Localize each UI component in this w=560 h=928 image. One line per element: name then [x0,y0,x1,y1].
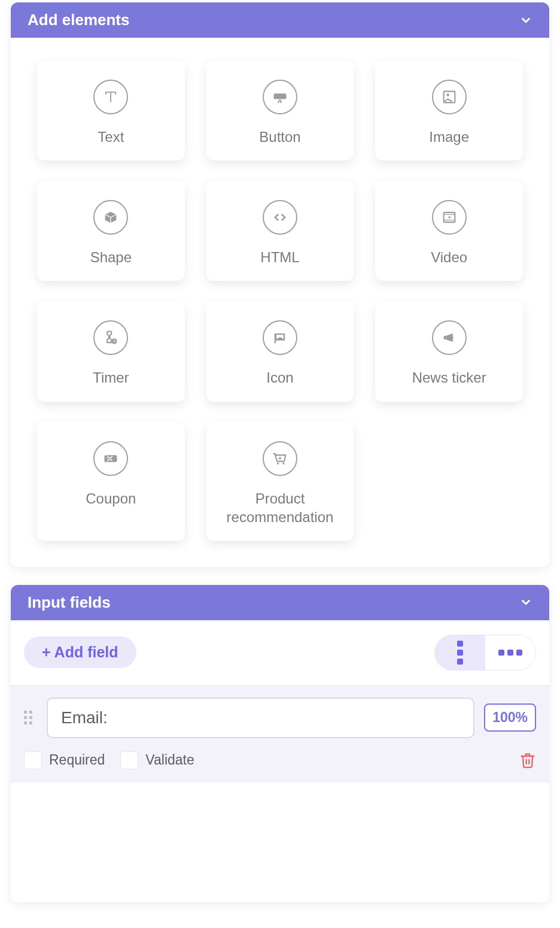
coupon-icon [93,441,128,476]
drag-handle-icon[interactable] [24,711,37,724]
chevron-down-icon [519,14,532,27]
layout-vertical-button[interactable] [435,635,485,670]
svg-point-7 [111,459,112,460]
svg-rect-0 [273,93,286,99]
layout-horizontal-button[interactable] [485,635,535,670]
timer-icon [93,320,128,355]
element-label: Product recommendation [212,489,348,526]
element-product-recommendation[interactable]: Product recommendation [206,422,354,541]
element-label: Coupon [86,489,136,508]
svg-point-6 [108,456,109,458]
news-icon [432,320,467,355]
element-news-ticker[interactable]: News ticker [375,301,523,401]
field-width-button[interactable]: 100% [484,703,536,732]
input-fields-toolbar: + Add field [11,620,549,685]
element-video[interactable]: Video [375,181,523,281]
element-image[interactable]: Image [375,60,523,160]
element-label: News ticker [412,368,486,387]
input-fields-header[interactable]: Input fields [11,585,549,620]
video-icon [432,200,467,235]
element-label: Icon [266,368,293,387]
element-label: Text [98,128,124,146]
validate-checkbox[interactable] [120,751,138,769]
required-label: Required [49,752,105,768]
validate-label: Validate [145,752,194,768]
field-name-input[interactable] [47,697,474,738]
add-elements-header[interactable]: Add elements [11,2,549,38]
element-label: Shape [90,248,132,266]
input-fields-body: + Add field 100% [11,620,549,902]
svg-point-2 [446,93,449,96]
panel-empty-area [11,783,549,902]
image-icon [432,80,467,114]
element-label: Button [259,128,300,146]
element-label: Image [429,128,469,146]
svg-point-9 [282,462,284,464]
chevron-down-icon [519,596,532,609]
shape-icon [93,200,128,235]
input-fields-panel: Input fields + Add field [11,585,549,902]
element-shape[interactable]: Shape [37,181,185,281]
field-row: 100% Required Validate [11,685,549,783]
delete-field-button[interactable] [519,752,536,769]
add-field-button[interactable]: + Add field [24,636,136,668]
input-fields-title: Input fields [28,593,111,612]
required-checkbox[interactable] [24,751,42,769]
add-elements-title: Add elements [28,11,130,29]
button-icon [263,80,297,114]
svg-point-8 [277,462,279,464]
element-label: Timer [93,368,129,387]
element-grid: Text Button Image Shape [37,60,523,541]
add-elements-panel: Add elements Text Button [11,2,549,567]
text-icon [93,80,128,114]
layout-toggle [434,635,536,671]
icon-icon [263,320,297,355]
element-html[interactable]: HTML [206,181,354,281]
element-label: Video [431,248,467,266]
element-coupon[interactable]: Coupon [37,422,185,541]
dots-horizontal-icon [498,650,522,656]
element-label: HTML [260,248,299,266]
html-icon [263,200,297,235]
element-button[interactable]: Button [206,60,354,160]
product-icon [263,441,297,476]
add-elements-body: Text Button Image Shape [11,38,549,567]
element-timer[interactable]: Timer [37,301,185,401]
element-icon[interactable]: Icon [206,301,354,401]
element-text[interactable]: Text [37,60,185,160]
dots-vertical-icon [457,641,463,665]
